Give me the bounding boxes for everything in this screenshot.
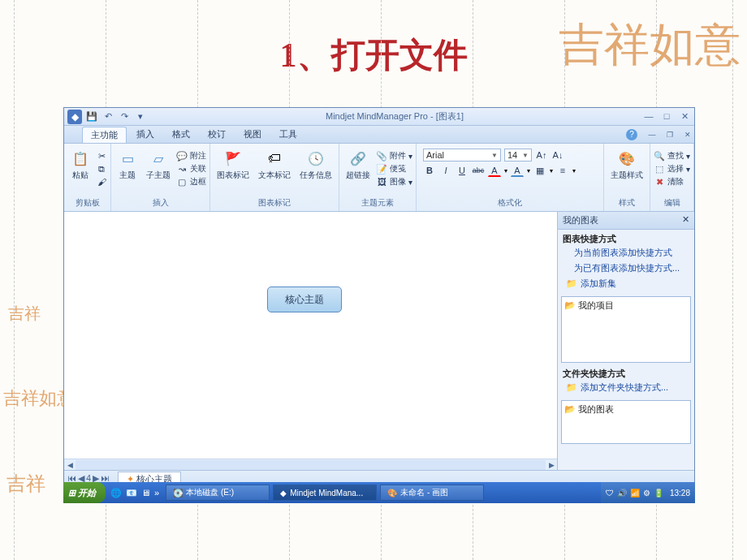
undo-icon[interactable]: ↶ (101, 110, 114, 123)
add-current-shortcut[interactable]: 为当前图表添加快捷方式 (563, 245, 689, 261)
clock[interactable]: 13:28 (667, 489, 690, 498)
tree-item-charts[interactable]: 📂我的图表 (564, 403, 688, 416)
attachment-button[interactable]: 📎附件 ▾ (376, 150, 412, 162)
doc-close-button[interactable]: ✕ (681, 131, 694, 139)
chevron-down-icon: ▼ (522, 152, 529, 159)
topic-button[interactable]: ▭ 主题 (114, 147, 140, 183)
tray-icon[interactable]: ⚙ (643, 489, 650, 498)
canvas[interactable]: 核心主题 ◀ ▶ (64, 212, 558, 470)
note-button[interactable]: 💬附注 (176, 150, 206, 162)
clear-button[interactable]: ✖清除 (654, 176, 690, 187)
add-folder-shortcut[interactable]: 📁添加文件夹快捷方式... (563, 380, 689, 395)
tab-review[interactable]: 校订 (200, 127, 234, 142)
project-tree[interactable]: 📂我的项目 (561, 296, 691, 363)
font-size-select[interactable]: 14▼ (504, 149, 532, 162)
theme-style-button[interactable]: 🎨 主题样式 (607, 147, 646, 183)
paste-button[interactable]: 📋 粘贴 (67, 147, 93, 183)
side-panel: 我的图表 ✕ 图表快捷方式 为当前图表添加快捷方式 为已有图表添加快捷方式...… (558, 212, 694, 470)
start-button[interactable]: ⊞ 开始 (63, 482, 106, 503)
line-button[interactable]: ≡ (556, 164, 569, 177)
app-icon[interactable]: ◆ (67, 110, 82, 124)
group-label: 样式 (607, 197, 646, 209)
attachment-icon: 📎 (376, 150, 387, 162)
doc-minimize-button[interactable]: — (646, 131, 658, 139)
boundary-button[interactable]: ▢边框 (176, 176, 206, 187)
italic-button[interactable]: I (439, 164, 452, 177)
hyperlink-button[interactable]: 🔗 超链接 (343, 147, 374, 183)
group-label: 插入 (114, 197, 206, 209)
shrink-font-button[interactable]: A↓ (551, 149, 564, 162)
horizontal-scrollbar[interactable]: ◀ ▶ (64, 459, 557, 470)
panel-title: 我的图表 ✕ (558, 212, 694, 230)
palette-icon: 🎨 (617, 149, 637, 168)
format-painter-button[interactable]: 🖌 (96, 176, 107, 187)
tray-icon[interactable]: 🛡 (606, 489, 614, 498)
folder-icon: 📁 (566, 382, 577, 393)
fill-button[interactable]: ▦ (533, 164, 546, 177)
chart-marker-button[interactable]: 🚩 图表标记 (214, 147, 253, 183)
save-icon[interactable]: 💾 (85, 110, 98, 123)
flag-icon: 🚩 (223, 149, 243, 168)
qat-dropdown-icon[interactable]: ▾ (134, 110, 147, 123)
minimize-button[interactable]: — (642, 111, 655, 122)
add-existing-shortcut[interactable]: 为已有图表添加快捷方式... (563, 261, 689, 276)
underline-button[interactable]: U (456, 164, 468, 177)
strike-button[interactable]: abc (472, 164, 485, 177)
shortcuts-header: 图表快捷方式 (563, 234, 616, 243)
relationship-button[interactable]: ↝关联 (176, 163, 206, 174)
group-editing: 🔍查找 ▾ ⬚选择 ▾ ✖清除 编辑 (650, 144, 694, 211)
panel-close-icon[interactable]: ✕ (682, 214, 689, 226)
image-icon: 🖼 (376, 176, 387, 187)
text-marker-button[interactable]: 🏷 文本标记 (255, 147, 294, 183)
hyperlink-icon: 🔗 (348, 149, 368, 168)
font-family-select[interactable]: Arial▼ (423, 149, 501, 162)
workspace: 核心主题 ◀ ▶ 我的图表 ✕ 图表快捷方式 为当前图表添加快捷方式 为已有图表… (64, 212, 694, 470)
central-topic[interactable]: 核心主题 (267, 286, 342, 312)
cut-button[interactable]: ✂ (96, 150, 107, 162)
group-label: 编辑 (654, 197, 690, 209)
tree-item-project[interactable]: 📂我的项目 (564, 299, 688, 312)
scroll-right-icon[interactable]: ▶ (546, 461, 557, 469)
quicklaunch-icon[interactable]: 🖥 (141, 488, 150, 498)
copy-button[interactable]: ⧉ (96, 163, 107, 174)
decorative-seal: 吉祥如意 (559, 24, 741, 65)
subtopic-button[interactable]: ▱ 子主题 (143, 147, 174, 183)
maximize-button[interactable]: □ (660, 111, 673, 122)
font-color-button[interactable]: A (488, 164, 501, 177)
tray-icon[interactable]: 🔊 (617, 489, 627, 498)
close-button[interactable]: ✕ (678, 111, 691, 122)
find-button[interactable]: 🔍查找 ▾ (654, 150, 690, 162)
tab-format[interactable]: 格式 (164, 127, 198, 142)
group-label: 格式化 (420, 197, 600, 209)
folder-shortcuts-header: 文件夹快捷方式 (563, 368, 625, 378)
notepad-icon: 📝 (376, 163, 387, 174)
task-info-button[interactable]: 🕓 任务信息 (296, 147, 335, 183)
tab-view[interactable]: 视图 (235, 127, 270, 142)
quicklaunch-icon[interactable]: 📧 (126, 488, 137, 498)
taskbar-item-mindmanager[interactable]: ◆Mindjet MindMana... (273, 485, 377, 501)
redo-icon[interactable]: ↷ (118, 110, 131, 123)
quicklaunch-icon[interactable]: » (154, 488, 159, 498)
tray-icon[interactable]: 🔋 (654, 489, 663, 498)
image-button[interactable]: 🖼图像 ▾ (376, 176, 412, 187)
add-new-set[interactable]: 📁添加新集 (563, 276, 689, 291)
grow-font-button[interactable]: A↑ (535, 149, 548, 162)
help-icon[interactable]: ? (626, 129, 637, 140)
link-icon: ↝ (176, 163, 188, 174)
doc-restore-button[interactable]: ❐ (663, 131, 676, 139)
highlight-button[interactable]: A (511, 164, 524, 177)
group-label: 主题元素 (343, 197, 412, 209)
taskbar-item-disk[interactable]: 💽本地磁盘 (E:) (166, 485, 270, 501)
tab-main[interactable]: 主功能 (82, 127, 127, 143)
scroll-left-icon[interactable]: ◀ (64, 461, 76, 469)
paint-icon: 🎨 (387, 489, 397, 498)
charts-tree[interactable]: 📂我的图表 (561, 400, 691, 444)
bold-button[interactable]: B (423, 164, 436, 177)
tab-insert[interactable]: 插入 (128, 127, 162, 142)
notepad-button[interactable]: 📝便笺 (376, 163, 412, 174)
tab-tools[interactable]: 工具 (271, 127, 305, 142)
quicklaunch-icon[interactable]: 🌐 (110, 488, 122, 498)
tray-icon[interactable]: 📶 (630, 489, 640, 498)
select-button[interactable]: ⬚选择 ▾ (654, 163, 690, 174)
taskbar-item-paint[interactable]: 🎨未命名 - 画图 (380, 485, 484, 501)
